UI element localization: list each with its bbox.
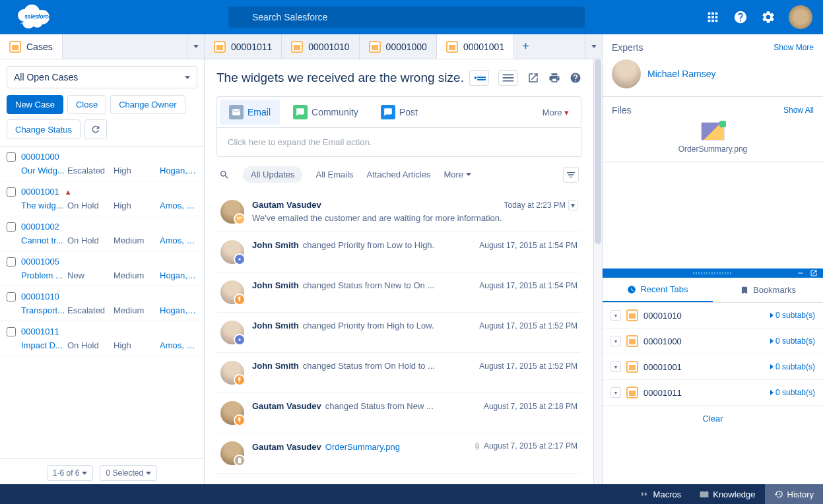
feed-author[interactable]: Gautam Vasudev [252, 442, 321, 452]
case-number-link[interactable]: 00001010 [21, 292, 59, 301]
refresh-button[interactable] [84, 119, 107, 139]
feed-avatar[interactable] [220, 401, 244, 425]
recent-row-dropdown[interactable]: ▾ [610, 310, 621, 321]
filter-more[interactable]: More [444, 170, 471, 179]
tabs-overflow-dropdown[interactable] [585, 34, 602, 59]
case-checkbox[interactable] [7, 257, 16, 267]
user-avatar[interactable] [789, 5, 812, 29]
case-subject-link[interactable]: Transport... [21, 305, 67, 315]
email-tab[interactable]: Email [220, 100, 280, 125]
mid-scrollbar[interactable] [594, 59, 602, 493]
expert-name[interactable]: Michael Ramsey [647, 69, 715, 79]
files-show-all[interactable]: Show All [783, 106, 814, 115]
workspace-tab[interactable]: 00001011 [205, 34, 282, 59]
record-count-pill[interactable]: 1-6 of 6 [47, 465, 94, 481]
macros-footer-item[interactable]: Macros [631, 484, 691, 504]
list-view-icon[interactable] [498, 70, 518, 86]
feed-avatar[interactable] [220, 280, 244, 304]
feed-avatar[interactable] [220, 240, 244, 264]
feed-avatar[interactable] [220, 321, 244, 344]
feed-attachment-link[interactable]: OrderSummary.png [325, 442, 400, 452]
recent-tab-label[interactable]: 00001001 [643, 362, 765, 372]
popout-utility-icon[interactable] [810, 269, 818, 277]
publisher-more[interactable]: More ▾ [533, 108, 578, 117]
left-tab-dropdown[interactable] [187, 34, 204, 59]
recent-row-dropdown[interactable]: ▾ [610, 387, 621, 398]
case-number-link[interactable]: 00001005 [21, 257, 59, 267]
case-owner-link[interactable]: Hogan, M... [160, 270, 197, 280]
popout-icon[interactable] [527, 72, 539, 84]
change-status-button[interactable]: Change Status [7, 119, 81, 139]
filter-articles[interactable]: Attached Articles [367, 170, 431, 179]
recent-tab-label[interactable]: 00001000 [643, 336, 765, 346]
workspace-tab[interactable]: 00001010 [282, 34, 359, 59]
filter-all-emails[interactable]: All Emails [315, 170, 353, 179]
case-subject-link[interactable]: The widg... [21, 201, 67, 210]
utility-bar-handle[interactable] [603, 268, 823, 278]
selected-count-pill[interactable]: 0 Selected [100, 465, 157, 481]
case-number-link[interactable]: 00001000 [21, 152, 59, 162]
feed-item-menu[interactable]: ▾ [568, 200, 577, 210]
case-checkbox[interactable] [7, 292, 16, 301]
bookmarks-tab[interactable]: Bookmarks [713, 278, 823, 302]
cases-nav-tab[interactable]: Cases [0, 34, 63, 59]
recent-subtab-count[interactable]: 0 subtab(s) [770, 311, 815, 320]
recent-tab-label[interactable]: 00001011 [643, 388, 765, 398]
case-owner-link[interactable]: Hogan, M... [160, 166, 197, 175]
case-checkbox[interactable] [7, 187, 16, 197]
change-owner-button[interactable]: Change Owner [110, 95, 185, 114]
case-subject-link[interactable]: Impact D... [21, 340, 67, 350]
recent-row-dropdown[interactable]: ▾ [610, 336, 621, 346]
recent-tabs-tab[interactable]: Recent Tabs [603, 278, 713, 302]
clear-history-link[interactable]: Clear [603, 406, 823, 431]
case-number-link[interactable]: 00001001 [21, 187, 59, 197]
case-checkbox[interactable] [7, 327, 16, 336]
case-subject-link[interactable]: Problem ... [21, 270, 67, 280]
recent-subtab-count[interactable]: 0 subtab(s) [770, 336, 815, 346]
case-checkbox[interactable] [7, 222, 16, 232]
recent-row-dropdown[interactable]: ▾ [610, 362, 621, 372]
feed-avatar[interactable] [220, 361, 244, 385]
feed-avatar[interactable] [220, 200, 244, 224]
experts-show-more[interactable]: Show More [774, 43, 814, 52]
close-button[interactable]: Close [67, 95, 106, 114]
print-icon[interactable] [548, 72, 560, 84]
recent-subtab-count[interactable]: 0 subtab(s) [770, 362, 815, 371]
feed-author[interactable]: John Smith [252, 240, 299, 250]
knowledge-footer-item[interactable]: Knowledge [690, 484, 764, 504]
case-number-link[interactable]: 00001002 [21, 222, 59, 232]
salesforce-logo[interactable]: salesforce [11, 1, 228, 33]
help-icon[interactable] [733, 10, 748, 24]
case-subject-link[interactable]: Cannot tr... [21, 236, 67, 245]
feed-search-icon[interactable] [219, 170, 230, 180]
feed-view-icon[interactable] [469, 70, 489, 86]
minimize-icon[interactable] [797, 269, 805, 277]
workspace-tab[interactable]: 00001000 [360, 34, 437, 59]
expert-avatar[interactable] [612, 59, 641, 88]
case-owner-link[interactable]: Amos, Jon [160, 340, 197, 350]
setup-gear-icon[interactable] [761, 10, 775, 24]
community-tab[interactable]: Community [284, 100, 368, 125]
feed-author[interactable]: John Smith [252, 280, 299, 290]
post-tab[interactable]: Post [372, 100, 427, 125]
recent-tab-label[interactable]: 00001010 [643, 311, 765, 321]
feed-sort-icon[interactable] [563, 167, 579, 183]
app-launcher-icon[interactable] [706, 10, 720, 24]
feed-author[interactable]: John Smith [252, 361, 299, 371]
new-tab-button[interactable]: + [514, 34, 537, 59]
publisher-body[interactable]: Click here to expand the Email action. [217, 128, 581, 156]
new-case-button[interactable]: New Case [7, 95, 63, 114]
case-owner-link[interactable]: Hogan, M... [160, 305, 197, 315]
filter-all-updates[interactable]: All Updates [243, 166, 302, 183]
history-footer-item[interactable]: History [765, 484, 823, 504]
feed-author[interactable]: Gautam Vasudev [252, 200, 321, 210]
detail-help-icon[interactable] [570, 72, 581, 84]
workspace-tab[interactable]: 00001001 [437, 34, 514, 59]
feed-author[interactable]: Gautam Vasudev [252, 401, 321, 411]
case-owner-link[interactable]: Amos, Jon [160, 236, 197, 245]
recent-subtab-count[interactable]: 0 subtab(s) [770, 388, 815, 397]
case-subject-link[interactable]: Our Widg... [21, 166, 67, 175]
feed-author[interactable]: John Smith [252, 321, 299, 331]
list-view-selector[interactable]: All Open Cases [7, 66, 197, 88]
case-checkbox[interactable] [7, 152, 16, 162]
